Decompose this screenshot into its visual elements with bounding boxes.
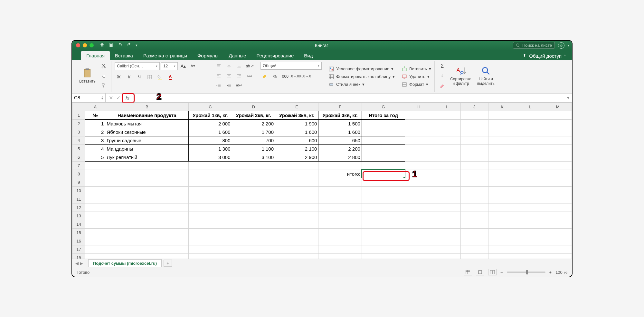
- decrease-decimal-icon[interactable]: .00→.0: [302, 72, 310, 81]
- cell[interactable]: №: [85, 111, 105, 119]
- cell[interactable]: [362, 178, 405, 186]
- cell[interactable]: [275, 161, 318, 170]
- cell[interactable]: [405, 237, 433, 245]
- cell[interactable]: [318, 245, 362, 253]
- cell[interactable]: [105, 253, 189, 259]
- cell[interactable]: [232, 228, 275, 237]
- row-header[interactable]: 5: [72, 144, 85, 153]
- cell[interactable]: 800: [189, 136, 232, 144]
- cell[interactable]: [544, 237, 572, 245]
- zoom-out-button[interactable]: −: [500, 270, 503, 275]
- cell[interactable]: [488, 119, 516, 128]
- undo-icon[interactable]: [118, 42, 123, 48]
- cell[interactable]: [85, 228, 105, 237]
- cell[interactable]: [433, 161, 460, 170]
- cell[interactable]: [362, 119, 405, 128]
- cell[interactable]: 2: [85, 128, 105, 136]
- cell[interactable]: [405, 220, 433, 228]
- cell[interactable]: [318, 212, 362, 220]
- cell[interactable]: [85, 220, 105, 228]
- cell[interactable]: [105, 186, 189, 195]
- cell[interactable]: [189, 228, 232, 237]
- cell[interactable]: Груши садовые: [105, 136, 189, 144]
- cell[interactable]: [488, 144, 516, 153]
- cell[interactable]: [460, 111, 488, 119]
- cell[interactable]: [405, 161, 433, 170]
- qat-customize-icon[interactable]: ▾: [136, 43, 137, 47]
- cell[interactable]: [544, 245, 572, 253]
- cell[interactable]: [405, 186, 433, 195]
- cell[interactable]: 2 200: [232, 119, 275, 128]
- format-cells-button[interactable]: Формат ▾: [402, 82, 431, 87]
- cell[interactable]: [232, 170, 275, 178]
- cell[interactable]: [362, 161, 405, 170]
- cell[interactable]: [488, 186, 516, 195]
- row-header[interactable]: 9: [72, 178, 85, 186]
- copy-icon[interactable]: [99, 72, 108, 80]
- cell[interactable]: Мандарины: [105, 144, 189, 153]
- cell[interactable]: [460, 144, 488, 153]
- align-middle-icon[interactable]: [225, 62, 233, 70]
- cell[interactable]: [433, 220, 460, 228]
- col-header[interactable]: J: [460, 103, 488, 111]
- cell[interactable]: [362, 212, 405, 220]
- col-header[interactable]: M: [544, 103, 572, 111]
- cell[interactable]: [362, 136, 405, 144]
- cell[interactable]: [544, 144, 572, 153]
- cell[interactable]: [85, 178, 105, 186]
- cell[interactable]: [488, 178, 516, 186]
- cell[interactable]: [362, 237, 405, 245]
- sort-filter-button[interactable]: АЯ Сортировка и фильтр: [448, 64, 473, 87]
- zoom-in-button[interactable]: +: [549, 270, 552, 275]
- row-header[interactable]: 15: [72, 228, 85, 237]
- row-header[interactable]: 11: [72, 195, 85, 203]
- delete-cells-button[interactable]: Удалить ▾: [402, 74, 431, 80]
- cell[interactable]: [275, 178, 318, 186]
- fill-icon[interactable]: [438, 72, 446, 80]
- cell[interactable]: 2 200: [318, 144, 362, 153]
- cell[interactable]: [105, 203, 189, 212]
- paste-button[interactable]: Вставить: [77, 67, 98, 85]
- cell[interactable]: [460, 212, 488, 220]
- sheet-tab[interactable]: Подсчет суммы (microexcel.ru): [88, 259, 162, 267]
- cell[interactable]: [362, 253, 405, 259]
- feedback-icon[interactable]: ☺: [558, 42, 564, 49]
- cell[interactable]: [405, 212, 433, 220]
- cell[interactable]: Урожай 1кв, кг.: [189, 111, 232, 119]
- cell[interactable]: 600: [275, 136, 318, 144]
- cell[interactable]: [232, 195, 275, 203]
- cell[interactable]: [189, 186, 232, 195]
- cell[interactable]: [544, 111, 572, 119]
- cell[interactable]: [433, 136, 460, 144]
- cell[interactable]: [405, 128, 433, 136]
- col-header[interactable]: F: [318, 103, 362, 111]
- cell[interactable]: [405, 228, 433, 237]
- cell[interactable]: Урожай 3кв, кг.: [318, 111, 362, 119]
- cell[interactable]: [433, 128, 460, 136]
- cell[interactable]: [275, 203, 318, 212]
- cell[interactable]: [433, 245, 460, 253]
- cell[interactable]: [405, 203, 433, 212]
- cell[interactable]: Урожай 3кв, кг.: [275, 111, 318, 119]
- cell[interactable]: [460, 186, 488, 195]
- cell[interactable]: [433, 178, 460, 186]
- cell[interactable]: [433, 212, 460, 220]
- cell[interactable]: [232, 220, 275, 228]
- underline-button[interactable]: Ч: [135, 73, 144, 81]
- cell[interactable]: [433, 153, 460, 161]
- cell[interactable]: [488, 161, 516, 170]
- cell[interactable]: [275, 186, 318, 195]
- cell[interactable]: [488, 111, 516, 119]
- cell[interactable]: [189, 195, 232, 203]
- cell[interactable]: [433, 186, 460, 195]
- cell[interactable]: [189, 178, 232, 186]
- minimize-window-icon[interactable]: [83, 43, 87, 47]
- page-break-view-icon[interactable]: [488, 269, 497, 275]
- cell[interactable]: [488, 195, 516, 203]
- font-color-icon[interactable]: А: [166, 73, 175, 81]
- cell[interactable]: [232, 203, 275, 212]
- cell-styles-button[interactable]: Стили ячеек ▾: [328, 82, 395, 87]
- cell[interactable]: [544, 119, 572, 128]
- row-header[interactable]: 17: [72, 245, 85, 253]
- font-size-select[interactable]: 12▾: [161, 62, 178, 70]
